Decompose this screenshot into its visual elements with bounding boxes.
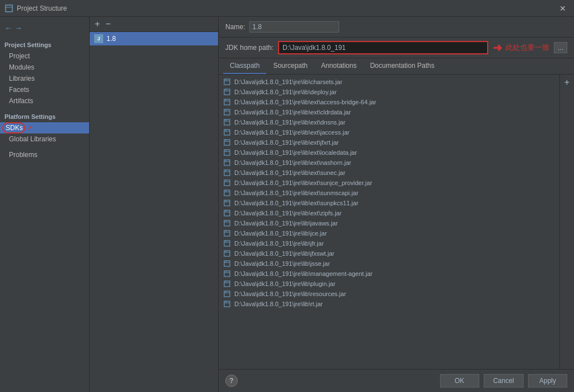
- classpath-list-item[interactable]: D:\Java\jdk1.8.0_191\jre\lib\jsse.jar: [219, 259, 559, 269]
- annotation-row: ➜ 此处也要一致: [493, 41, 549, 54]
- sidebar-item-artifacts[interactable]: Artifacts: [0, 95, 89, 107]
- tab-annotations[interactable]: Annotations: [314, 58, 363, 74]
- sidebar-item-problems[interactable]: Problems: [0, 149, 89, 160]
- sidebar-item-sdks[interactable]: SDKs ↗: [0, 122, 89, 133]
- sidebar-item-modules[interactable]: Modules: [0, 62, 89, 73]
- jar-icon: [223, 300, 231, 308]
- classpath-list-item[interactable]: D:\Java\jdk1.8.0_191\jre\lib\deploy.jar: [219, 87, 559, 97]
- sidebar: ← → Project Settings Project Modules Lib…: [0, 17, 90, 392]
- classpath-list-item[interactable]: D:\Java\jdk1.8.0_191\jre\lib\ext\localed…: [219, 147, 559, 158]
- classpath-list-item[interactable]: D:\Java\jdk1.8.0_191\jre\lib\ext\jfxrt.j…: [219, 137, 559, 147]
- classpath-list-item[interactable]: D:\Java\jdk1.8.0_191\jre\lib\ext\jaccess…: [219, 127, 559, 137]
- sdk-panel: + − J 1.8: [90, 17, 219, 392]
- jdk-home-input[interactable]: [278, 41, 488, 54]
- sdk-toolbar: + −: [90, 17, 218, 32]
- classpath-toolbar: +: [559, 75, 574, 369]
- classpath-list-item[interactable]: D:\Java\jdk1.8.0_191\jre\lib\resources.j…: [219, 289, 559, 299]
- classpath-list-item[interactable]: D:\Java\jdk1.8.0_191\jre\lib\ext\dnsns.j…: [219, 117, 559, 127]
- svg-rect-26: [224, 160, 230, 165]
- svg-rect-38: [224, 200, 230, 206]
- nav-back-arrow[interactable]: ←: [4, 24, 12, 33]
- jdk-home-label: JDK home path:: [225, 44, 274, 52]
- close-button[interactable]: ✕: [556, 3, 570, 14]
- tab-sourcepath[interactable]: Sourcepath: [266, 58, 314, 74]
- jar-icon: [223, 189, 231, 197]
- jar-icon: [223, 139, 231, 146]
- jar-icon: [223, 260, 231, 268]
- project-settings-label: Project Settings: [0, 39, 89, 50]
- svg-rect-62: [224, 281, 230, 287]
- nav-forward-arrow[interactable]: →: [15, 24, 22, 33]
- svg-rect-8: [224, 99, 230, 105]
- cancel-button[interactable]: Cancel: [484, 374, 524, 388]
- remove-sdk-button[interactable]: −: [104, 19, 112, 29]
- jar-icon: [223, 128, 231, 136]
- svg-rect-50: [224, 241, 230, 246]
- jar-icon: [223, 239, 231, 247]
- classpath-list-item[interactable]: D:\Java\jdk1.8.0_191\jre\lib\charsets.ja…: [219, 77, 559, 87]
- classpath-list-item[interactable]: D:\Java\jdk1.8.0_191\jre\lib\management-…: [219, 269, 559, 279]
- classpath-list-item[interactable]: D:\Java\jdk1.8.0_191\jre\lib\ext\sunec.j…: [219, 168, 559, 178]
- jar-icon: [223, 229, 231, 237]
- svg-rect-32: [224, 180, 230, 186]
- classpath-list-item[interactable]: D:\Java\jdk1.8.0_191\jre\lib\ext\sunmsca…: [219, 188, 559, 198]
- svg-rect-14: [224, 119, 230, 125]
- classpath-list-item[interactable]: D:\Java\jdk1.8.0_191\jre\lib\rt.jar: [219, 299, 559, 309]
- jar-icon: [223, 280, 231, 288]
- name-label: Name:: [225, 23, 245, 31]
- ok-button[interactable]: OK: [440, 374, 479, 388]
- classpath-list-item[interactable]: D:\Java\jdk1.8.0_191\jre\lib\jfr.jar: [219, 238, 559, 248]
- classpath-list-item[interactable]: D:\Java\jdk1.8.0_191\jre\lib\ext\sunjce_…: [219, 178, 559, 188]
- jar-icon: [223, 118, 231, 126]
- sdk-list-item[interactable]: J 1.8: [90, 32, 218, 45]
- apply-button[interactable]: Apply: [528, 374, 567, 388]
- classpath-list-item[interactable]: D:\Java\jdk1.8.0_191\jre\lib\ext\cldrdat…: [219, 107, 559, 117]
- classpath-panel: D:\Java\jdk1.8.0_191\jre\lib\charsets.ja…: [219, 75, 574, 369]
- svg-rect-29: [224, 170, 230, 176]
- sidebar-item-libraries[interactable]: Libraries: [0, 73, 89, 84]
- classpath-list-item[interactable]: D:\Java\jdk1.8.0_191\jre\lib\jfxswt.jar: [219, 248, 559, 259]
- detail-panel: Name: JDK home path: ➜ 此处也要一致 ... Classp…: [219, 17, 574, 392]
- sdks-label-highlight: SDKs: [6, 124, 23, 132]
- jar-icon: [223, 219, 231, 227]
- classpath-list-item[interactable]: D:\Java\jdk1.8.0_191\jre\lib\plugin.jar: [219, 279, 559, 289]
- classpath-list-item[interactable]: D:\Java\jdk1.8.0_191\jre\lib\ext\access-…: [219, 97, 559, 107]
- classpath-list-item[interactable]: D:\Java\jdk1.8.0_191\jre\lib\jce.jar: [219, 228, 559, 238]
- jar-icon: [223, 108, 231, 116]
- browse-button[interactable]: ...: [554, 42, 567, 53]
- annotation-text: 此处也要一致: [506, 43, 549, 53]
- svg-rect-53: [224, 251, 230, 256]
- svg-rect-17: [224, 130, 230, 135]
- svg-rect-23: [224, 150, 230, 155]
- title-bar: Project Structure ✕: [0, 0, 574, 17]
- name-row: Name:: [219, 17, 574, 38]
- classpath-list-item[interactable]: D:\Java\jdk1.8.0_191\jre\lib\ext\sunpkcs…: [219, 198, 559, 208]
- help-button[interactable]: ?: [225, 375, 238, 387]
- sdk-icon: J: [94, 34, 103, 43]
- classpath-list-item[interactable]: D:\Java\jdk1.8.0_191\jre\lib\ext\nashorn…: [219, 158, 559, 168]
- jar-icon: [223, 88, 231, 96]
- svg-rect-35: [224, 190, 230, 196]
- tabs-bar: Classpath Sourcepath Annotations Documen…: [219, 58, 574, 75]
- bottom-left: ?: [225, 375, 238, 387]
- tab-documentation-paths[interactable]: Documentation Paths: [363, 58, 441, 74]
- svg-rect-5: [224, 89, 230, 95]
- add-sdk-button[interactable]: +: [93, 19, 101, 29]
- svg-rect-20: [224, 140, 230, 145]
- svg-rect-65: [224, 291, 230, 297]
- sidebar-item-project[interactable]: Project: [0, 50, 89, 62]
- sidebar-item-global-libraries[interactable]: Global Libraries: [0, 133, 89, 145]
- svg-rect-11: [224, 109, 230, 115]
- sidebar-item-facets[interactable]: Facets: [0, 84, 89, 95]
- jar-icon: [223, 290, 231, 298]
- platform-settings-label: Platform Settings: [0, 111, 89, 122]
- classpath-list: D:\Java\jdk1.8.0_191\jre\lib\charsets.ja…: [219, 75, 559, 369]
- classpath-list-item[interactable]: D:\Java\jdk1.8.0_191\jre\lib\javaws.jar: [219, 218, 559, 228]
- svg-rect-59: [224, 271, 230, 276]
- classpath-list-item[interactable]: D:\Java\jdk1.8.0_191\jre\lib\ext\zipfs.j…: [219, 208, 559, 218]
- jar-icon: [223, 199, 231, 207]
- add-classpath-button[interactable]: +: [563, 77, 571, 88]
- name-input[interactable]: [249, 21, 339, 33]
- jar-icon: [223, 179, 231, 187]
- tab-classpath[interactable]: Classpath: [223, 58, 266, 74]
